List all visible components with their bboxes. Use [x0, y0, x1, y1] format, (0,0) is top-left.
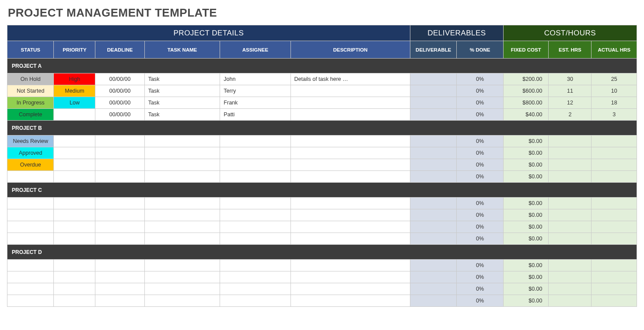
actual-hrs-cell[interactable]: 10	[592, 85, 637, 97]
deliverable-cell[interactable]	[410, 97, 456, 109]
est-hrs-cell[interactable]	[549, 135, 592, 147]
deliverable-cell[interactable]	[410, 271, 456, 283]
description-cell[interactable]	[290, 85, 410, 97]
actual-hrs-cell[interactable]	[592, 159, 637, 171]
task-cell[interactable]: Task	[144, 97, 220, 109]
priority-cell[interactable]	[54, 295, 95, 307]
actual-hrs-cell[interactable]	[592, 147, 637, 159]
description-cell[interactable]	[290, 295, 410, 307]
deadline-cell[interactable]: 00/00/00	[95, 73, 144, 85]
fixed-cost-cell[interactable]: $0.00	[503, 295, 549, 307]
assignee-cell[interactable]	[220, 260, 290, 271]
task-cell[interactable]	[144, 283, 220, 295]
est-hrs-cell[interactable]	[549, 233, 592, 245]
est-hrs-cell[interactable]: 12	[549, 97, 592, 109]
deliverable-cell[interactable]	[410, 109, 456, 121]
deadline-cell[interactable]	[95, 283, 144, 295]
task-cell[interactable]	[144, 260, 220, 271]
deadline-cell[interactable]	[95, 271, 144, 283]
description-cell[interactable]	[290, 198, 410, 209]
actual-hrs-cell[interactable]	[592, 171, 637, 183]
fixed-cost-cell[interactable]: $0.00	[503, 147, 549, 159]
priority-cell[interactable]	[54, 271, 95, 283]
deliverable-cell[interactable]	[410, 159, 456, 171]
assignee-cell[interactable]	[220, 271, 290, 283]
assignee-cell[interactable]: Terry	[220, 85, 290, 97]
task-cell[interactable]	[144, 209, 220, 221]
actual-hrs-cell[interactable]	[592, 198, 637, 209]
deliverable-cell[interactable]	[410, 85, 456, 97]
deadline-cell[interactable]	[95, 159, 144, 171]
assignee-cell[interactable]	[220, 233, 290, 245]
task-cell[interactable]	[144, 271, 220, 283]
deliverable-cell[interactable]	[410, 147, 456, 159]
priority-cell[interactable]	[54, 283, 95, 295]
deadline-cell[interactable]	[95, 171, 144, 183]
actual-hrs-cell[interactable]: 25	[592, 73, 637, 85]
pct-done-cell[interactable]: 0%	[457, 135, 503, 147]
deadline-cell[interactable]: 00/00/00	[95, 109, 144, 121]
est-hrs-cell[interactable]: 30	[549, 73, 592, 85]
priority-cell[interactable]	[54, 109, 95, 121]
deliverable-cell[interactable]	[410, 135, 456, 147]
status-cell[interactable]: On Hold	[7, 73, 54, 85]
priority-cell[interactable]	[54, 209, 95, 221]
priority-cell[interactable]	[54, 260, 95, 271]
pct-done-cell[interactable]: 0%	[457, 171, 503, 183]
description-cell[interactable]	[290, 271, 410, 283]
pct-done-cell[interactable]: 0%	[457, 85, 503, 97]
fixed-cost-cell[interactable]: $0.00	[503, 198, 549, 209]
description-cell[interactable]	[290, 260, 410, 271]
deadline-cell[interactable]	[95, 209, 144, 221]
pct-done-cell[interactable]: 0%	[457, 209, 503, 221]
fixed-cost-cell[interactable]: $600.00	[503, 85, 549, 97]
pct-done-cell[interactable]: 0%	[457, 271, 503, 283]
fixed-cost-cell[interactable]: $0.00	[503, 271, 549, 283]
est-hrs-cell[interactable]: 11	[549, 85, 592, 97]
assignee-cell[interactable]: John	[220, 73, 290, 85]
actual-hrs-cell[interactable]	[592, 209, 637, 221]
status-cell[interactable]	[7, 171, 54, 183]
task-cell[interactable]	[144, 221, 220, 233]
assignee-cell[interactable]: Frank	[220, 97, 290, 109]
actual-hrs-cell[interactable]	[592, 221, 637, 233]
assignee-cell[interactable]	[220, 135, 290, 147]
deadline-cell[interactable]	[95, 233, 144, 245]
est-hrs-cell[interactable]	[549, 283, 592, 295]
deadline-cell[interactable]	[95, 147, 144, 159]
deadline-cell[interactable]	[95, 260, 144, 271]
status-cell[interactable]	[7, 209, 54, 221]
assignee-cell[interactable]	[220, 283, 290, 295]
est-hrs-cell[interactable]: 2	[549, 109, 592, 121]
actual-hrs-cell[interactable]	[592, 135, 637, 147]
assignee-cell[interactable]	[220, 209, 290, 221]
actual-hrs-cell[interactable]	[592, 283, 637, 295]
fixed-cost-cell[interactable]: $0.00	[503, 283, 549, 295]
task-cell[interactable]: Task	[144, 85, 220, 97]
pct-done-cell[interactable]: 0%	[457, 233, 503, 245]
priority-cell[interactable]	[54, 233, 95, 245]
pct-done-cell[interactable]: 0%	[457, 147, 503, 159]
priority-cell[interactable]: Low	[54, 97, 95, 109]
description-cell[interactable]	[290, 171, 410, 183]
est-hrs-cell[interactable]	[549, 198, 592, 209]
assignee-cell[interactable]	[220, 159, 290, 171]
deliverable-cell[interactable]	[410, 221, 456, 233]
status-cell[interactable]: Complete	[7, 109, 54, 121]
status-cell[interactable]	[7, 283, 54, 295]
actual-hrs-cell[interactable]	[592, 271, 637, 283]
description-cell[interactable]	[290, 147, 410, 159]
assignee-cell[interactable]: Patti	[220, 109, 290, 121]
fixed-cost-cell[interactable]: $0.00	[503, 209, 549, 221]
deliverable-cell[interactable]	[410, 171, 456, 183]
status-cell[interactable]: Overdue	[7, 159, 54, 171]
est-hrs-cell[interactable]	[549, 271, 592, 283]
actual-hrs-cell[interactable]: 3	[592, 109, 637, 121]
fixed-cost-cell[interactable]: $40.00	[503, 109, 549, 121]
priority-cell[interactable]: High	[54, 73, 95, 85]
actual-hrs-cell[interactable]: 18	[592, 97, 637, 109]
status-cell[interactable]: In Progress	[7, 97, 54, 109]
task-cell[interactable]	[144, 233, 220, 245]
deadline-cell[interactable]	[95, 135, 144, 147]
est-hrs-cell[interactable]	[549, 171, 592, 183]
